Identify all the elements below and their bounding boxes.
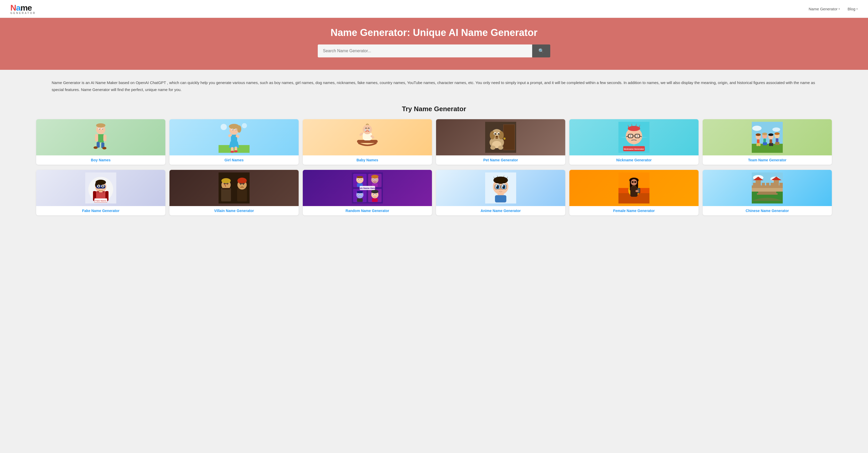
svg-rect-220 (758, 192, 776, 193)
nav-name-generator-label: Name Generator (809, 7, 838, 11)
svg-rect-3 (103, 135, 106, 141)
svg-rect-90 (769, 143, 771, 146)
svg-point-27 (232, 130, 233, 130)
svg-point-181 (496, 186, 497, 187)
logo-n-blue: a (16, 3, 21, 12)
svg-marker-20 (229, 141, 239, 148)
card-chinese-names[interactable]: Chinese Name Generator (703, 170, 832, 216)
card-pet-names-image (436, 119, 565, 155)
card-fake-names[interactable]: Fake Name Fake Name Generator (36, 170, 165, 216)
card-baby-names-image (303, 119, 432, 155)
card-girl-names[interactable]: Girl Names (169, 119, 299, 165)
svg-point-120 (221, 178, 231, 183)
svg-point-98 (768, 134, 773, 136)
nav-blog-label: Blog (847, 7, 855, 11)
cards-row-2: Fake Name Fake Name Generator (36, 170, 832, 216)
card-chinese-names-label: Chinese Name Generator (703, 206, 832, 216)
card-random-names-image: Random Name Generator (303, 170, 432, 206)
svg-rect-214 (755, 180, 761, 186)
card-boy-names[interactable]: Boy Names (36, 119, 165, 165)
svg-point-49 (498, 133, 500, 135)
svg-point-30 (242, 123, 247, 128)
svg-point-29 (221, 124, 227, 130)
search-bar: 🔍 (318, 45, 550, 57)
hero-banner: Name Generator: Unique AI Name Generator… (0, 18, 868, 70)
svg-point-97 (762, 133, 767, 135)
try-section: Try Name Generator (0, 103, 868, 228)
svg-point-23 (230, 151, 234, 153)
svg-point-157 (371, 190, 378, 193)
svg-point-34 (365, 129, 366, 131)
card-pet-names[interactable]: Pet Name Generator (436, 119, 565, 165)
svg-rect-95 (777, 142, 779, 145)
svg-rect-1 (98, 134, 104, 142)
search-icon: 🔍 (538, 48, 544, 54)
card-nickname-image: Nickname Generator (569, 119, 699, 155)
svg-point-44 (490, 131, 495, 139)
svg-rect-94 (775, 142, 777, 145)
description-text: Name Generator is an AI Name Maker based… (52, 79, 816, 93)
svg-rect-93 (776, 138, 778, 142)
svg-text:Random Name Generator: Random Name Generator (353, 187, 381, 190)
card-girl-names-image (169, 119, 299, 155)
svg-point-24 (234, 150, 238, 152)
card-random-names-label: Random Name Generator (303, 206, 432, 216)
card-team-names-image (703, 119, 832, 155)
svg-point-48 (494, 133, 496, 135)
svg-point-7 (102, 147, 106, 149)
search-button[interactable]: 🔍 (532, 45, 550, 57)
svg-point-78 (752, 126, 762, 131)
svg-rect-210 (766, 183, 769, 186)
nav-name-generator-chevron: ▾ (839, 7, 840, 10)
card-baby-names[interactable]: Baby Names (303, 119, 432, 165)
svg-point-145 (376, 179, 377, 180)
search-input[interactable] (318, 45, 532, 57)
card-villain-names[interactable]: Villain Name Generator (169, 170, 299, 216)
card-fake-names-label: Fake Name Generator (36, 206, 165, 216)
svg-point-52 (490, 146, 495, 150)
svg-rect-209 (762, 183, 765, 186)
svg-point-159 (373, 194, 374, 195)
svg-point-71 (637, 136, 638, 137)
card-random-names[interactable]: Random Name Generator Random Name Genera… (303, 170, 432, 216)
svg-rect-118 (221, 188, 231, 201)
svg-point-6 (94, 146, 98, 149)
svg-rect-91 (771, 143, 773, 146)
nav-blog[interactable]: Blog ▾ (847, 7, 858, 11)
svg-point-200 (634, 181, 636, 183)
card-female-names-label: Female Name Generator (569, 206, 699, 216)
card-girl-names-label: Girl Names (169, 155, 299, 165)
hero-title: Name Generator: Unique AI Name Generator (5, 27, 863, 38)
svg-point-143 (373, 179, 374, 180)
svg-point-99 (774, 132, 780, 135)
svg-rect-82 (756, 143, 758, 146)
card-female-names[interactable]: Female Name Generator (569, 170, 699, 216)
card-anime-names-image (436, 170, 565, 206)
svg-rect-89 (770, 139, 772, 143)
logo-text: Name GENERATOR (10, 3, 36, 15)
svg-rect-81 (757, 139, 760, 143)
svg-rect-125 (237, 188, 247, 201)
svg-rect-149 (357, 191, 363, 193)
card-nickname[interactable]: Nickname Generator Nickname Generator (569, 119, 699, 165)
svg-point-10 (99, 129, 100, 130)
svg-point-153 (361, 194, 362, 195)
svg-point-128 (240, 184, 241, 185)
svg-point-135 (358, 179, 359, 180)
svg-rect-162 (372, 198, 378, 202)
svg-point-16 (237, 125, 241, 133)
svg-point-50 (495, 136, 498, 138)
try-title: Try Name Generator (36, 105, 832, 113)
card-female-names-image (569, 170, 699, 206)
card-fake-names-image: Fake Name (36, 170, 165, 206)
card-anime-names[interactable]: Anime Name Generator (436, 170, 565, 216)
svg-rect-124 (222, 188, 230, 190)
card-team-names[interactable]: Team Name Generator (703, 119, 832, 165)
svg-point-182 (502, 186, 503, 187)
svg-rect-221 (757, 193, 778, 195)
svg-point-161 (376, 194, 377, 195)
card-team-names-label: Team Name Generator (703, 155, 832, 165)
nav-name-generator[interactable]: Name Generator ▾ (809, 7, 840, 11)
svg-point-109 (98, 186, 99, 187)
logo[interactable]: Name GENERATOR (10, 3, 36, 15)
